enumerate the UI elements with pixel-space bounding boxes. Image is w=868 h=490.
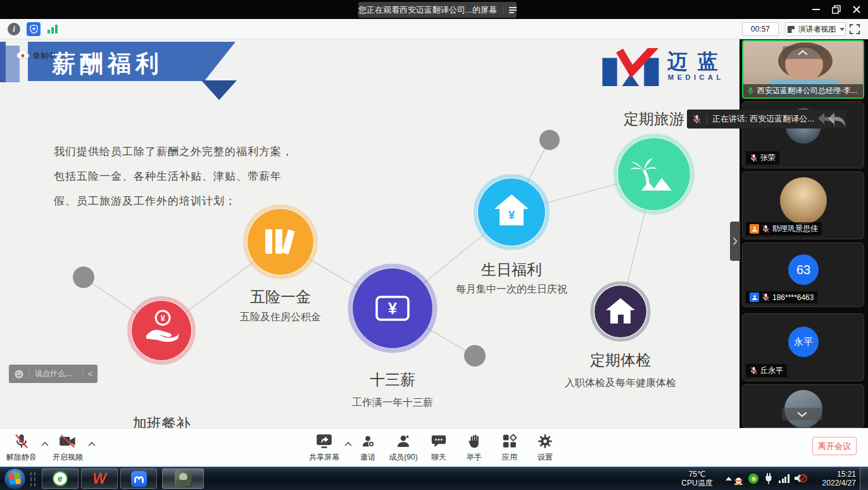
- watching-banner: 您正在观看西安迈蓝翻译公司...的屏幕: [358, 2, 517, 18]
- minimize-button[interactable]: [807, 0, 826, 19]
- quick-chat-bar[interactable]: 说点什么... <: [9, 365, 97, 383]
- settings-button[interactable]: 设置: [527, 434, 563, 463]
- members-icon: [396, 434, 411, 449]
- benefit-label-13salary: 十三薪: [342, 370, 443, 390]
- wps-icon: W: [92, 470, 106, 487]
- mic-muted-icon: [692, 115, 701, 124]
- cpu-temp-value: 75℃: [670, 470, 724, 479]
- chat-button[interactable]: 聊天: [420, 434, 457, 463]
- participant-name: 张荣: [760, 153, 776, 163]
- show-desktop-button[interactable]: [860, 467, 868, 490]
- start-video-button[interactable]: 开启视频: [49, 434, 86, 463]
- restore-button[interactable]: [827, 0, 846, 19]
- benefit-sub-insurance: 五险及住房公积金: [217, 311, 344, 324]
- diagram-dot: [464, 345, 486, 367]
- cpu-temp-label: CPU温度: [670, 479, 724, 487]
- video-options-chevron[interactable]: [87, 441, 96, 447]
- svg-text:¥: ¥: [388, 299, 397, 317]
- network-signal-icon[interactable]: [47, 24, 59, 34]
- tray-expand-arrow[interactable]: [726, 477, 732, 481]
- diagram-dot: [73, 267, 94, 288]
- avatar: 永平: [788, 327, 819, 357]
- svg-text:¥: ¥: [160, 313, 165, 323]
- taskbar-grip: [30, 472, 37, 486]
- benefit-sub-birthday: 每月集中一次的生日庆祝: [436, 283, 588, 296]
- banner-menu-icon[interactable]: [503, 7, 517, 13]
- unmute-button[interactable]: 解除静音: [3, 434, 40, 463]
- taskbar-browser-button[interactable]: e: [42, 468, 79, 489]
- benefit-label-checkup: 定期体检: [570, 350, 671, 370]
- chat-collapse-button[interactable]: <: [88, 370, 92, 379]
- benefit-sub-13salary: 工作满一年十三薪: [329, 396, 456, 410]
- invite-person-icon: [360, 434, 375, 449]
- participant-tile[interactable]: 助理巩景思佳: [742, 172, 864, 239]
- taskbar-meeting-button[interactable]: [120, 468, 157, 489]
- windows-flag-icon: [9, 473, 21, 485]
- collapse-videos-button[interactable]: [783, 46, 823, 59]
- tray-plug-icon[interactable]: [764, 473, 774, 484]
- expand-videos-button[interactable]: [782, 408, 822, 420]
- participant-tile[interactable]: 永平 丘永平: [742, 313, 864, 381]
- layout-icon: [787, 25, 795, 34]
- tray-security-icon[interactable]: [748, 474, 758, 484]
- security-shield-icon[interactable]: [27, 22, 41, 36]
- gear-icon: [538, 434, 553, 449]
- tray-network-icon[interactable]: [779, 474, 790, 484]
- share-screen-icon: [316, 434, 332, 449]
- cpu-temp-widget[interactable]: 75℃ CPU温度: [670, 470, 724, 487]
- emoji-icon[interactable]: [14, 369, 24, 379]
- photo-thumbnail-icon: [175, 470, 192, 487]
- chat-input-placeholder[interactable]: 说点什么...: [35, 368, 77, 379]
- person-icon: [752, 294, 758, 301]
- benefit-label-meal: 加班餐补: [111, 414, 212, 428]
- meeting-appbar: i 00:57 演讲者视图: [0, 19, 868, 39]
- view-mode-button[interactable]: 演讲者视图: [785, 22, 846, 36]
- share-screen-button[interactable]: 共享屏幕: [306, 434, 343, 463]
- benefit-sub-checkup: 入职体检及每年健康体检: [551, 377, 690, 390]
- participant-tile[interactable]: 63 186****6463: [742, 242, 864, 307]
- mic-options-chevron[interactable]: [41, 441, 49, 447]
- clock-time: 15:21: [810, 470, 856, 479]
- close-button[interactable]: [847, 0, 866, 19]
- assistant-badge: [750, 224, 759, 234]
- meeting-info-icon[interactable]: i: [8, 23, 20, 35]
- watching-text: 您正在观看西安迈蓝翻译公司...的屏幕: [358, 4, 497, 16]
- participant-name: 186****6463: [772, 293, 814, 302]
- fullscreen-icon: [849, 23, 860, 35]
- leave-meeting-button[interactable]: 离开会议: [812, 437, 857, 455]
- close-icon: [853, 6, 860, 13]
- taskbar-photos-button-active[interactable]: [162, 468, 204, 489]
- participant-name-chip: 186****6463: [746, 291, 817, 303]
- participant-tile-host[interactable]: 西安迈蓝翻译公司总经理-李...: [742, 40, 864, 99]
- mic-muted-icon: [750, 154, 758, 162]
- participant-name-chip: 张荣: [746, 151, 779, 165]
- mic-muted-icon: [762, 225, 770, 233]
- meeting-toolbar: 解除静音 开启视频 共享屏幕 邀请 成员(90) 聊天 举手 应用 设置 离: [0, 428, 868, 467]
- benefit-circle-travel: [618, 138, 690, 210]
- restore-icon: [832, 5, 841, 14]
- window-titlebar: 您正在观看西安迈蓝翻译公司...的屏幕: [0, 0, 868, 19]
- raise-hand-button[interactable]: 举手: [456, 434, 493, 463]
- mic-muted-icon: [762, 293, 770, 301]
- sidebar-collapse-handle[interactable]: [730, 222, 740, 261]
- participant-name: 丘永平: [760, 365, 783, 376]
- participant-name-chip: 助理巩景思佳: [746, 222, 822, 236]
- clock-date: 2022/4/27: [810, 479, 856, 487]
- participant-tile[interactable]: [742, 384, 864, 428]
- participants-sidebar: 西安迈蓝翻译公司总经理-李... 张荣 助理巩景思佳 63 186****646…: [739, 39, 868, 428]
- invite-button[interactable]: 邀请: [349, 434, 386, 463]
- taskbar-clock[interactable]: 15:21 2022/4/27: [810, 470, 856, 487]
- speaking-toast-text: 正在讲话: 西安迈蓝翻译公...: [712, 113, 814, 125]
- meeting-timer: 00:57: [742, 22, 779, 36]
- members-button[interactable]: 成员(90): [383, 434, 424, 463]
- taskbar-wps-button[interactable]: W: [81, 468, 118, 489]
- benefit-label-insurance: 五险一金: [230, 287, 331, 307]
- member-badge: [750, 292, 759, 302]
- tray-volume-muted-icon[interactable]: [794, 472, 807, 484]
- fullscreen-button[interactable]: [849, 23, 860, 37]
- start-button[interactable]: [4, 468, 26, 490]
- mic-muted-icon: [750, 367, 758, 375]
- apps-button[interactable]: 应用: [491, 434, 528, 463]
- tray-qq-icon[interactable]: [733, 472, 744, 485]
- mic-on-icon: [746, 87, 755, 95]
